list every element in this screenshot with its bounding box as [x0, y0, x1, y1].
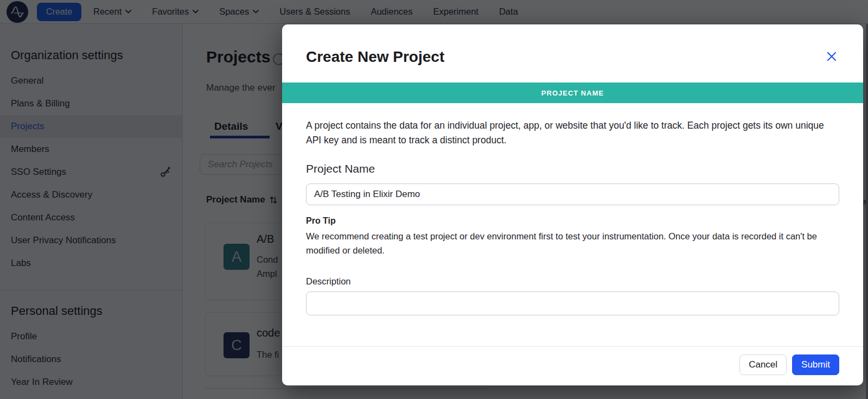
modal-header: Create New Project	[282, 24, 863, 66]
close-button[interactable]	[824, 49, 839, 66]
description-input[interactable]	[306, 292, 839, 315]
project-name-input[interactable]	[306, 183, 839, 205]
description-label: Description	[306, 275, 839, 288]
close-icon	[826, 51, 837, 62]
submit-button[interactable]: Submit	[792, 354, 839, 375]
modal-body: A project contains the data for an indiv…	[282, 103, 863, 315]
modal-title: Create New Project	[306, 48, 444, 66]
modal-intro-text: A project contains the data for an indiv…	[306, 118, 839, 148]
cancel-button[interactable]: Cancel	[739, 354, 787, 375]
pro-tip-title: Pro Tip	[306, 214, 839, 227]
project-name-heading: Project Name	[306, 162, 839, 175]
pro-tip-text: We recommend creating a test project or …	[306, 229, 839, 257]
create-new-project-modal: Create New Project PROJECT NAME A projec…	[282, 24, 863, 385]
project-name-step-banner: PROJECT NAME	[282, 83, 863, 103]
modal-footer: Cancel Submit	[282, 346, 863, 385]
